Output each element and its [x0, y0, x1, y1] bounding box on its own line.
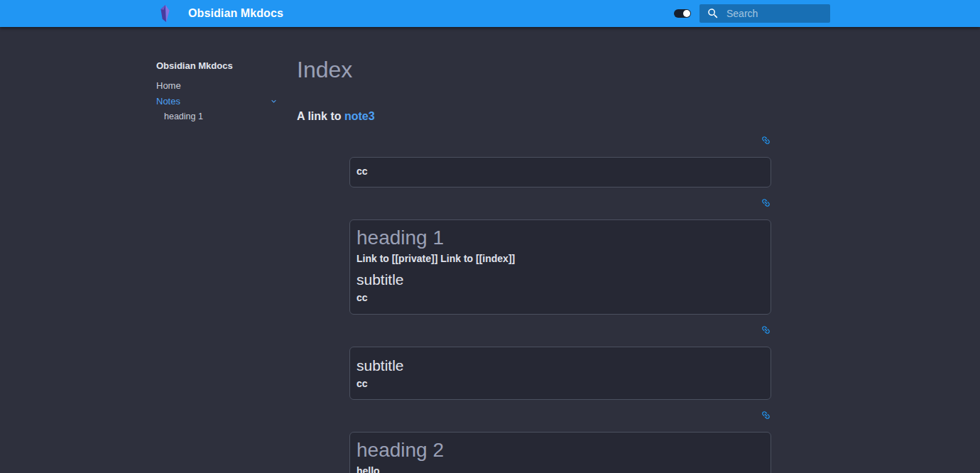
sidebar-item-label: Notes	[156, 97, 180, 106]
intro-paragraph: A link to note3	[297, 110, 771, 123]
embed-text: cc	[356, 377, 761, 391]
embed-box: heading 1Link to [[private]] Link to [[i…	[349, 219, 771, 314]
embed-text: hello	[356, 464, 761, 473]
link-icon	[761, 197, 771, 208]
sidebar-items: HomeNotes heading 1	[156, 77, 278, 124]
embed-subheading: subtitle	[356, 271, 761, 289]
search-input[interactable]	[699, 4, 830, 23]
note-embed: subtitlecc	[297, 325, 771, 401]
embed-text: cc	[356, 165, 761, 179]
sidebar-item-heading-1[interactable]: heading 1	[156, 109, 278, 124]
embed-text: cc	[356, 291, 761, 305]
note-embed: cc	[297, 135, 771, 188]
embed-box: subtitlecc	[349, 347, 771, 401]
embed-anchor-row	[297, 197, 771, 209]
site-header-title[interactable]: Obsidian Mkdocs	[188, 7, 283, 20]
obsidian-logo-icon[interactable]	[158, 4, 172, 23]
embeds: cc heading 1Link to [[private]] Link to …	[297, 135, 771, 473]
obsidian-gem-icon	[158, 4, 172, 23]
app-header: Obsidian Mkdocs	[0, 0, 980, 27]
nav-section-toggle[interactable]	[269, 97, 278, 106]
embed-anchor-link[interactable]	[761, 135, 771, 146]
sidebar-item-home[interactable]: Home	[156, 77, 278, 93]
link-icon	[761, 135, 771, 146]
note-embed: heading 2hello	[297, 410, 771, 473]
note-embed: heading 1Link to [[private]] Link to [[i…	[297, 197, 771, 314]
embed-box: cc	[349, 157, 771, 188]
sidebar-item-notes[interactable]: Notes	[156, 93, 278, 109]
page-content: Index A link to note3 cc heading 1Link t…	[297, 27, 771, 473]
embed-subheading: subtitle	[356, 357, 761, 375]
sidebar-nav: Obsidian Mkdocs HomeNotes heading 1	[143, 27, 297, 473]
sidebar-item-label: heading 1	[164, 112, 203, 121]
page-title: Index	[297, 55, 771, 85]
main-layout: Obsidian Mkdocs HomeNotes heading 1 Inde…	[143, 27, 837, 473]
embed-anchor-row	[297, 410, 771, 421]
intro-text: A link to	[297, 110, 344, 122]
sidebar-item-label: Home	[156, 81, 181, 90]
embed-anchor-link[interactable]	[761, 197, 771, 209]
theme-toggle-knob	[683, 10, 690, 17]
note3-link[interactable]: note3	[344, 110, 375, 122]
sidebar-site-title: Obsidian Mkdocs	[156, 58, 278, 73]
embed-heading: heading 2	[356, 437, 761, 462]
embed-anchor-row	[297, 135, 771, 146]
embed-anchor-link[interactable]	[761, 410, 771, 421]
link-icon	[761, 325, 771, 335]
chevron-down-icon	[269, 97, 278, 106]
search-container	[699, 4, 830, 23]
link-icon	[761, 410, 771, 420]
embed-anchor-link[interactable]	[761, 325, 771, 336]
embed-anchor-row	[297, 325, 771, 336]
embed-heading: heading 1	[356, 225, 761, 250]
embed-text: Link to [[private]] Link to [[index]]	[356, 252, 761, 266]
theme-toggle[interactable]	[674, 9, 691, 18]
embed-box: heading 2hello	[349, 432, 771, 473]
